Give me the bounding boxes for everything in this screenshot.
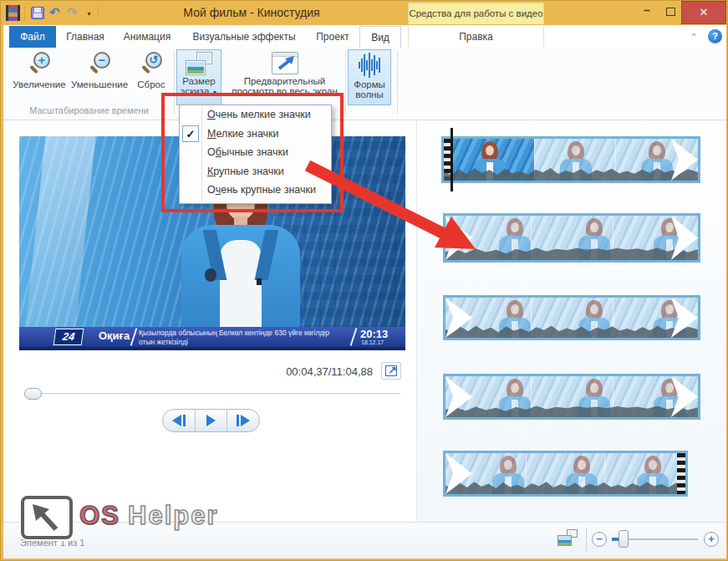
program-name: Оқиға	[99, 329, 130, 342]
ribbon: + Увеличение − Уменьшение ↺ Сброс Масшта…	[3, 48, 726, 120]
magnifier-plus-icon: +	[27, 52, 52, 77]
tab-view-active[interactable]: Вид	[359, 26, 401, 48]
undo-icon[interactable]: ↶	[49, 5, 60, 19]
time-display: 00:04,37/11:04,88	[252, 365, 373, 378]
group-divider	[397, 51, 398, 115]
timeline-clip-4[interactable]	[443, 374, 700, 420]
playhead[interactable]	[451, 128, 453, 191]
ticker-date: 18.12.17	[361, 339, 384, 345]
window-title: Мой фильм - Киностудия	[101, 1, 402, 24]
seek-slider-thumb[interactable]	[24, 388, 42, 400]
ticker-line2: отын жеткізілді	[139, 338, 188, 346]
waveform-icon	[355, 52, 384, 79]
ticker-divider	[350, 328, 358, 346]
channel-24-logo: 24	[53, 329, 84, 345]
group-divider	[345, 51, 346, 115]
timeline-clip-3[interactable]	[443, 295, 700, 340]
tab-file[interactable]: Файл	[9, 26, 56, 48]
timeline-clip-5[interactable]	[443, 451, 688, 497]
watermark-os: OS	[79, 501, 120, 531]
zoom-out-icon[interactable]: −	[592, 532, 607, 547]
collapse-ribbon-icon[interactable]: ⌃	[686, 32, 701, 43]
zoom-out-button[interactable]: − Уменьшение	[70, 50, 129, 104]
seek-slider-track[interactable]	[24, 393, 400, 395]
ribbon-tab-row: Файл Главная Анимация Визуальные эффекты…	[3, 25, 726, 48]
ticker-bottom-strip	[19, 347, 405, 350]
play-button[interactable]	[195, 410, 227, 431]
title-bar: ↶ ↷ Мой фильм - Киностудия Средства для …	[1, 1, 728, 25]
thumbnail-view-icon[interactable]	[557, 529, 578, 546]
app-icon[interactable]	[6, 5, 20, 21]
maximize-button[interactable]	[659, 1, 681, 23]
contextual-tab-header: Средства для работы с видео	[408, 3, 544, 24]
os-helper-logo-icon	[21, 496, 73, 539]
waveforms-button[interactable]: Формы волны	[348, 49, 391, 105]
divider	[98, 6, 99, 20]
filmstrip-sprocket	[677, 453, 685, 494]
ticker-clock: 20:13	[360, 328, 388, 340]
divider	[24, 6, 25, 20]
group-label-time-zoom: Масштабирование времени	[3, 105, 175, 115]
qat-dropdown-icon[interactable]	[84, 8, 94, 19]
app-window: ↶ ↷ Мой фильм - Киностудия Средства для …	[0, 0, 728, 561]
ticker-line1: Қызылорда облысының Белкөл кентінде 630 …	[139, 329, 348, 337]
zoom-in-button[interactable]: + Увеличение	[10, 50, 69, 104]
help-icon[interactable]: ?	[708, 29, 722, 43]
minimize-button[interactable]: –	[636, 1, 658, 23]
watermark-helper: Helper	[128, 501, 218, 531]
tab-project[interactable]: Проект	[307, 26, 359, 48]
news-ticker: 24 Оқиға Қызылорда облысының Белкөл кент…	[19, 327, 405, 347]
save-icon[interactable]	[31, 7, 44, 19]
redo-icon[interactable]: ↷	[67, 5, 78, 19]
tab-visual-effects[interactable]: Визуальные эффекты	[181, 26, 307, 48]
tab-edit[interactable]: Правка	[408, 26, 544, 48]
zoom-in-icon[interactable]: +	[704, 532, 719, 547]
timeline-clip-1[interactable]	[441, 136, 700, 183]
previous-frame-button[interactable]	[163, 410, 195, 431]
fullscreen-icon[interactable]: ↗	[381, 362, 401, 380]
thumbnails-icon	[186, 53, 211, 74]
next-frame-button[interactable]	[227, 410, 259, 431]
magnifier-minus-icon: −	[87, 52, 112, 77]
transport-controls	[162, 409, 260, 432]
close-button[interactable]: ✕	[681, 1, 726, 24]
annotation-rectangle	[161, 93, 344, 212]
divider	[586, 528, 587, 551]
tab-home[interactable]: Главная	[59, 26, 112, 48]
timeline-clip-2[interactable]	[443, 213, 700, 263]
window-arrow-icon	[272, 52, 298, 74]
magnifier-reset-icon: ↺	[139, 52, 164, 77]
tab-animation[interactable]: Анимация	[113, 26, 181, 48]
ticker-divider	[130, 328, 138, 346]
zoom-slider-thumb[interactable]	[619, 530, 629, 548]
